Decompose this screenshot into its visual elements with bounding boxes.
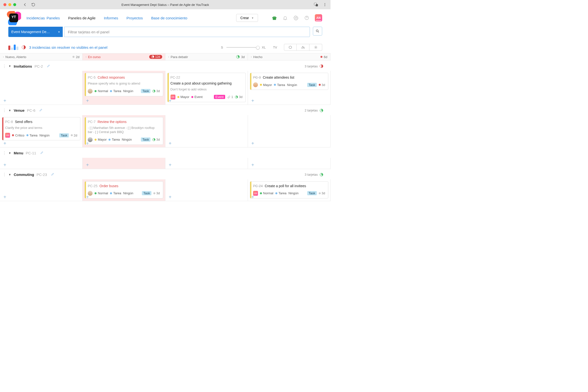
card-id[interactable]: PC-7 [88, 120, 96, 124]
add-card-button[interactable]: + [251, 194, 254, 200]
add-card-button[interactable]: + [4, 141, 6, 146]
chevron-left-icon[interactable]: ‹ [3, 55, 4, 58]
tag-task[interactable]: Task [142, 191, 152, 195]
backlog-icon[interactable] [297, 44, 310, 51]
card[interactable]: PC-8 Send offers Clarify the price and t… [2, 117, 80, 141]
board-cell[interactable]: + [248, 115, 330, 148]
board-cell[interactable]: + [0, 71, 82, 105]
maximize-window-icon[interactable] [13, 3, 16, 6]
chevron-left-icon[interactable]: ‹ [86, 55, 86, 58]
create-button[interactable]: Crear ▼ [236, 14, 258, 22]
drag-handle-icon[interactable]: ⋮ [2, 108, 6, 113]
column-header[interactable]: ‹ Para debatir 3d [166, 54, 248, 60]
board-cell[interactable]: + [166, 115, 248, 148]
add-card-button[interactable]: + [86, 98, 89, 103]
collapse-icon[interactable]: ▼ [8, 173, 11, 176]
collapse-icon[interactable]: ▼ [8, 152, 11, 155]
board-cell[interactable]: + [166, 179, 248, 201]
card-id[interactable]: PC-3 [253, 76, 261, 80]
card-title[interactable]: Create a post about upcoming gathering [170, 81, 232, 85]
board-cell[interactable]: PC-8 Send offers Clarify the price and t… [0, 115, 82, 148]
reload-button[interactable] [31, 2, 36, 7]
card-id[interactable]: PC-8 [5, 120, 13, 124]
board-cell[interactable]: + [82, 158, 165, 169]
nav-issues[interactable]: Incidencias | ▾ [26, 16, 38, 20]
chevron-left-icon[interactable]: ‹ [168, 55, 169, 58]
card-title[interactable]: Collect responses [98, 76, 125, 80]
drag-handle-icon[interactable]: ⋮ [2, 64, 6, 68]
collapse-icon[interactable]: ▼ [8, 64, 11, 68]
chart-icon[interactable] [8, 44, 18, 50]
board-cell[interactable]: PC-25 Order buses Normal Tarea Ningún Ta… [82, 179, 165, 201]
add-card-button[interactable]: + [169, 194, 172, 200]
tag-event[interactable]: Event [214, 95, 225, 99]
edit-icon[interactable] [47, 64, 50, 68]
board-cell[interactable]: + [0, 179, 82, 201]
app-logo[interactable]: YT [8, 12, 19, 23]
card[interactable]: PC-25 Order buses Normal Tarea Ningún Ta… [84, 181, 163, 198]
board-cell[interactable]: + [248, 158, 330, 169]
board-cell[interactable]: + [0, 158, 82, 169]
settings-icon[interactable] [310, 44, 322, 51]
card-title[interactable]: Create a poll for all invitees [264, 184, 306, 188]
add-card-button[interactable]: + [86, 141, 89, 146]
gift-icon[interactable] [272, 15, 277, 20]
card-size-slider[interactable] [226, 47, 258, 48]
tag-task[interactable]: Task [307, 191, 317, 195]
nav-projects[interactable]: Proyectos [126, 16, 143, 20]
card-title[interactable]: Order buses [100, 184, 118, 188]
board-cell[interactable]: PC-5 Collect responses Please specify wh… [82, 71, 165, 105]
add-card-button[interactable]: + [169, 98, 172, 103]
add-card-button[interactable]: + [86, 162, 89, 167]
column-header[interactable]: ‹ Nuevo, Abierto 2d [0, 54, 82, 60]
sprint-icon[interactable] [284, 44, 297, 51]
gear-icon[interactable] [293, 15, 299, 20]
add-card-button[interactable]: + [4, 194, 6, 200]
bell-icon[interactable] [282, 15, 288, 20]
minimize-window-icon[interactable] [8, 3, 11, 6]
user-avatar[interactable]: AN [315, 14, 322, 22]
tag-task[interactable]: Task [307, 83, 317, 87]
swimlane-header[interactable]: ⋮ ▼ Venue PC-6 2 tarjetas [0, 106, 330, 115]
add-card-button[interactable]: + [86, 194, 89, 200]
assignee-avatar[interactable] [88, 89, 92, 94]
filter-input[interactable]: Filtrar tarjetas en el panel [64, 27, 310, 37]
card-title[interactable]: Create attendees list [263, 76, 294, 80]
help-icon[interactable] [304, 15, 310, 20]
search-button[interactable] [313, 27, 322, 36]
assignee-avatar[interactable] [253, 82, 258, 87]
board-cell[interactable]: PC-3 Create attendees list Mayor Tarea N… [248, 71, 330, 105]
window-controls[interactable] [4, 3, 16, 6]
close-window-icon[interactable] [4, 3, 6, 6]
drag-handle-icon[interactable]: ⋮ [2, 172, 6, 177]
swimlane-header[interactable]: ⋮ ▼ Commuting PC-23 3 tarjetas [0, 170, 330, 179]
card-id[interactable]: PC-24 [253, 184, 263, 188]
card[interactable]: PC-3 Create attendees list Mayor Tarea N… [250, 73, 328, 90]
tv-mode-button[interactable]: TV [273, 46, 277, 49]
menu-icon[interactable] [323, 2, 327, 7]
swimlane-header[interactable]: ⋮ ▼ Menu PC-11 [0, 148, 330, 158]
card-title[interactable]: Review the options [98, 120, 126, 124]
collapse-icon[interactable]: ▼ [8, 109, 11, 112]
tag-task[interactable]: Task [141, 89, 150, 93]
edit-icon[interactable] [40, 151, 44, 155]
unresolved-link[interactable]: 3 incidencias sin resolver no visibles e… [29, 45, 107, 50]
add-card-button[interactable]: + [169, 141, 172, 146]
nav-knowledge-base[interactable]: Base de conocimiento [151, 16, 188, 20]
board-cell[interactable]: + [166, 158, 248, 169]
column-header[interactable]: ‹ En curso 12d [82, 54, 165, 60]
board-cell[interactable]: PC-7 Review the options - [ ] Manhattan … [82, 115, 165, 148]
card-id[interactable]: PC-5 [88, 76, 96, 80]
add-card-button[interactable]: + [251, 162, 254, 167]
add-card-button[interactable]: + [251, 141, 254, 146]
tag-task[interactable]: Task [141, 138, 150, 142]
board-picker[interactable]: Event Management De… ▾ [8, 27, 63, 37]
tag-task[interactable]: Task [59, 133, 69, 138]
nav-dashboards[interactable]: Paneles [46, 16, 60, 20]
card[interactable]: PC-7 Review the options - [ ] Manhattan … [84, 117, 163, 145]
edit-icon[interactable] [51, 172, 54, 177]
nav-agile-boards[interactable]: Paneles de Agile [68, 16, 96, 20]
chevron-left-icon[interactable]: ‹ [251, 55, 252, 58]
nav-reports[interactable]: Informes [104, 16, 118, 20]
attachments-count[interactable]: 1 [227, 95, 233, 99]
